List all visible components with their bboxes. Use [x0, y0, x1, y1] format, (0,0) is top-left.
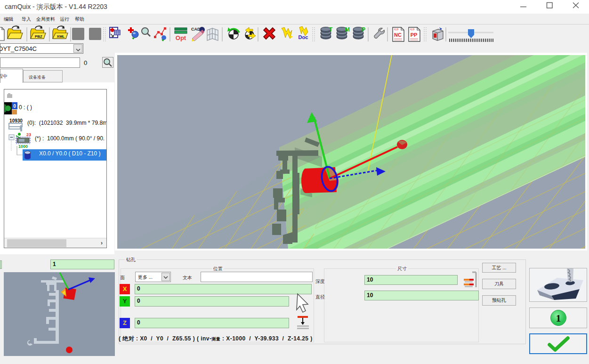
- svg-text:XML: XML: [57, 34, 65, 39]
- svg-text:1: 1: [556, 312, 561, 324]
- svg-text:Opt: Opt: [176, 34, 186, 41]
- svg-text:1000: 1000: [18, 144, 28, 149]
- svg-text:0: 0: [13, 104, 16, 109]
- svg-text:10930: 10930: [9, 118, 23, 123]
- svg-text:P: P: [362, 26, 365, 33]
- svg-text:M: M: [345, 26, 350, 33]
- svg-text:23: 23: [26, 132, 31, 137]
- svg-text:Doc: Doc: [299, 34, 308, 40]
- svg-text:NC: NC: [394, 32, 402, 38]
- svg-text:PBZ: PBZ: [35, 34, 42, 39]
- svg-text:PP: PP: [411, 32, 418, 38]
- svg-text:程序: 程序: [410, 28, 415, 31]
- svg-text:T: T: [329, 26, 333, 33]
- svg-text:程序: 程序: [394, 28, 399, 31]
- svg-text:CAD: CAD: [191, 27, 201, 32]
